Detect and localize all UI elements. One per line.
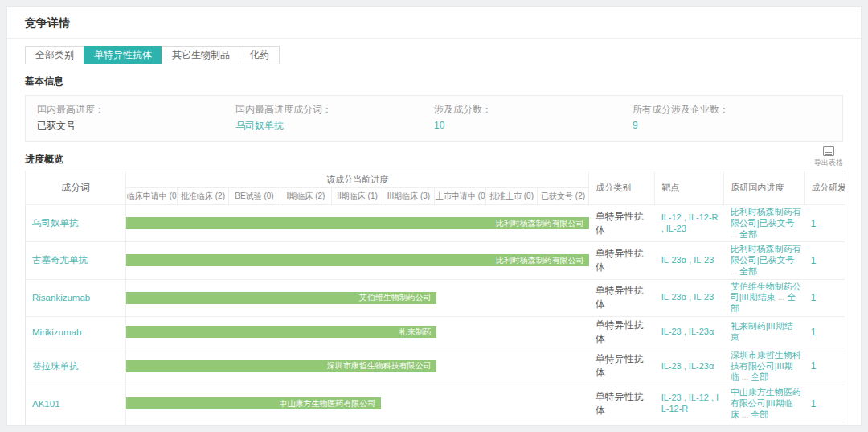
- progress-overview-title: 进度概览: [25, 153, 63, 167]
- component-name-link[interactable]: 乌司奴单抗: [32, 217, 125, 229]
- origin-progress-link[interactable]: 礼来制药|III期结束: [731, 321, 793, 342]
- divider: [7, 38, 861, 39]
- info-field-highest-progress: 国内最高进度： 已获文号: [37, 102, 235, 133]
- target-links[interactable]: IL-23 , IL-12 , IL-12-R: [661, 393, 721, 415]
- target-links[interactable]: IL-23α , IL-23: [661, 255, 721, 266]
- category-cell: 单特异性抗体: [596, 319, 644, 344]
- info-field-highest-progress-component: 国内最高进度成分词： 乌司奴单抗: [235, 102, 434, 133]
- export-table-button[interactable]: 导出表格: [814, 146, 843, 168]
- target-links[interactable]: IL-23 , IL-23α: [661, 361, 721, 372]
- target-links[interactable]: IL-23α , IL-23: [661, 292, 721, 303]
- category-cell: 单特异性抗体: [596, 248, 644, 273]
- show-all-link[interactable]: 全部: [739, 229, 757, 239]
- column-group-current-progress: 该成分当前进度: [126, 171, 589, 188]
- progress-bar[interactable]: 艾伯维生物制药公司: [126, 292, 436, 304]
- progress-bar[interactable]: 比利时杨森制药有限公司: [126, 217, 589, 229]
- phase-header-clinical-approved: 批准临床 (2): [178, 188, 229, 205]
- rd-count-link[interactable]: 1: [811, 218, 817, 229]
- table-row: 乌司奴单抗 比利时杨森制药有限公司 单特异性抗体 IL-12 , IL-12-R…: [26, 205, 845, 242]
- page-title: 竞争详情: [25, 7, 843, 38]
- phase-header-clinical-applying: 临床申请中 (0): [126, 188, 178, 205]
- rd-count-link[interactable]: 1: [811, 360, 817, 372]
- component-count-value: 10: [434, 118, 633, 133]
- progress-bar[interactable]: 礼来制药: [126, 326, 436, 338]
- show-all-link[interactable]: 全部: [751, 372, 768, 381]
- table-row: AK101 中山康方生物医药有限公司 单特异性抗体 IL-23 , IL-12 …: [26, 385, 845, 422]
- category-cell: 单特异性抗体: [596, 425, 644, 426]
- progress-bar[interactable]: 中山康方生物医药有限公司: [126, 397, 381, 409]
- progress-bar-company-label: 礼来制药: [399, 327, 432, 338]
- category-cell: 单特异性抗体: [596, 211, 644, 236]
- column-header-component: 成分词: [26, 171, 126, 205]
- progress-bar-company-label: 深圳市康哲生物科技有限公司: [327, 360, 432, 372]
- info-label: 涉及成分数：: [434, 102, 633, 117]
- tab-other-biologics[interactable]: 其它生物制品: [162, 46, 240, 64]
- phase-header-approved-market: 批准上市 (0): [486, 188, 538, 205]
- info-label: 所有成分涉及企业数：: [633, 102, 831, 117]
- truncation-ellipsis: ...: [778, 293, 784, 302]
- table-row: 古塞奇尤单抗 比利时杨森制药有限公司 单特异性抗体 IL-23α , IL-23…: [26, 242, 845, 279]
- phase-header-phase1: I期临床 (2): [280, 188, 332, 205]
- target-links[interactable]: IL-12 , IL-12-R , IL-23: [661, 212, 721, 235]
- rd-count-link[interactable]: 1: [811, 292, 817, 303]
- info-field-component-count: 涉及成分数： 10: [434, 102, 633, 133]
- column-header-target: 靶点: [655, 171, 724, 205]
- info-label: 国内最高进度成分词：: [235, 102, 434, 117]
- progress-bar[interactable]: 深圳市康哲生物科技有限公司: [126, 360, 436, 372]
- rd-count-link[interactable]: 1: [811, 327, 817, 338]
- export-label: 导出表格: [814, 158, 843, 168]
- tab-all-categories[interactable]: 全部类别: [25, 46, 84, 64]
- phase-header-licensed: 已获文号 (2): [538, 188, 589, 205]
- info-field-company-count: 所有成分涉及企业数： 9: [633, 102, 831, 133]
- truncation-ellipsis: ...: [731, 267, 737, 276]
- component-name-link[interactable]: AK101: [32, 399, 125, 409]
- competition-detail-card: 竞争详情 全部类别 单特异性抗体 其它生物制品 化药 基本信息 国内最高进度： …: [6, 6, 862, 426]
- category-cell: 单特异性抗体: [596, 285, 644, 310]
- company-count-value: 9: [633, 118, 831, 133]
- column-header-category: 成分类别: [589, 171, 655, 205]
- info-value: 已获文号: [37, 118, 235, 133]
- component-name-link[interactable]: 替拉珠单抗: [32, 360, 125, 372]
- table-export-icon: [823, 146, 834, 156]
- rd-count-link[interactable]: 1: [811, 398, 817, 409]
- tab-monospecific-antibody[interactable]: 单特异性抗体: [84, 46, 162, 64]
- show-all-link[interactable]: 全部: [751, 409, 768, 419]
- basic-info-title: 基本信息: [25, 75, 843, 88]
- progress-overview-table: 成分词 该成分当前进度 成分类别 靶点 原研国内进度 成分研发 临床申请中 (0…: [25, 171, 845, 426]
- basic-info-box: 国内最高进度： 已获文号 国内最高进度成分词： 乌司奴单抗 涉及成分数： 10 …: [25, 95, 843, 142]
- component-name-link[interactable]: Mirikizumab: [32, 327, 125, 337]
- category-tabs: 全部类别 单特异性抗体 其它生物制品 化药: [25, 46, 843, 64]
- progress-bar[interactable]: 比利时杨森制药有限公司: [126, 254, 589, 266]
- truncation-ellipsis: ...: [742, 372, 748, 381]
- component-word-link[interactable]: 乌司奴单抗: [235, 118, 434, 133]
- origin-progress-link[interactable]: 比利时杨森制药有限公司|已获文号: [731, 207, 801, 228]
- progress-bar-company-label: 比利时杨森制药有限公司: [496, 218, 584, 229]
- tab-chemical-drugs[interactable]: 化药: [240, 46, 280, 64]
- progress-bar-company-label: 比利时杨森制药有限公司: [496, 255, 584, 266]
- progress-bar-company-label: 艾伯维生物制药公司: [359, 292, 432, 303]
- phase-header-phase3: III期临床 (3): [383, 188, 435, 205]
- table-header-row-1: 成分词 该成分当前进度 成分类别 靶点 原研国内进度 成分研发: [26, 171, 845, 188]
- phase-header-nda-applying: 上市申请中 (0): [435, 188, 486, 205]
- progress-overview-header: 进度概览 导出表格: [25, 146, 843, 167]
- target-links[interactable]: IL-23 , IL-23α: [661, 327, 721, 338]
- progress-bar-company-label: 中山康方生物医药有限公司: [280, 398, 376, 409]
- category-cell: 单特异性抗体: [596, 391, 644, 416]
- truncation-ellipsis: ...: [742, 410, 748, 419]
- category-cell: 单特异性抗体: [596, 353, 644, 378]
- column-header-rd-count: 成分研发: [805, 171, 845, 205]
- table-row: 乌司奴单抗-QX001S 江苏荃信生物医药有限公司 单特异性抗体 IL-12 ,…: [26, 422, 845, 426]
- component-name-link[interactable]: Risankizumab: [32, 293, 125, 302]
- column-header-origin-progress: 原研国内进度: [724, 171, 805, 205]
- component-name-link[interactable]: 古塞奇尤单抗: [32, 254, 125, 266]
- rd-count-link[interactable]: 1: [811, 255, 817, 266]
- show-all-link[interactable]: 全部: [739, 266, 757, 276]
- table-row: Mirikizumab 礼来制药 单特异性抗体 IL-23 , IL-23α 礼…: [26, 316, 845, 348]
- origin-progress-link[interactable]: 比利时杨森制药有限公司|已获文号: [731, 244, 801, 265]
- table-body: 乌司奴单抗 比利时杨森制药有限公司 单特异性抗体 IL-12 , IL-12-R…: [26, 205, 845, 426]
- phase-header-phase2: II期临床 (1): [332, 188, 383, 205]
- truncation-ellipsis: ...: [731, 230, 737, 239]
- phase-header-be-trial: BE试验 (0): [229, 188, 280, 205]
- info-label: 国内最高进度：: [37, 102, 235, 117]
- table-row: 替拉珠单抗 深圳市康哲生物科技有限公司 单特异性抗体 IL-23 , IL-23…: [26, 348, 845, 385]
